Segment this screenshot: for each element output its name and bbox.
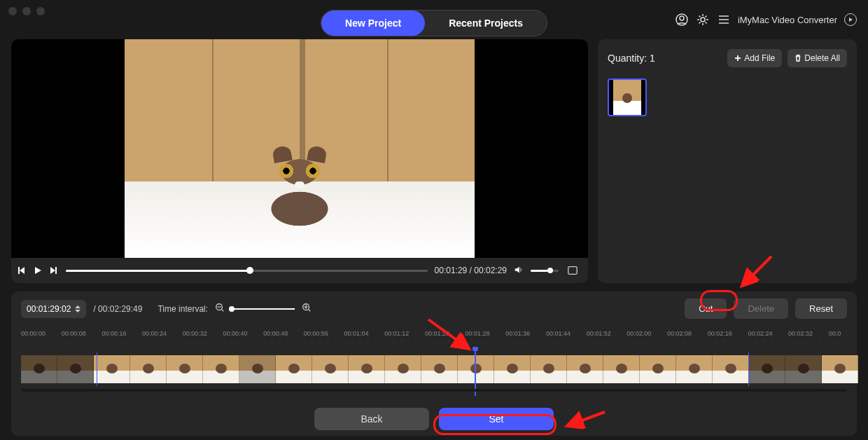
cut-button[interactable]: Cut bbox=[685, 298, 727, 319]
top-right-tools: iMyMac Video Converter bbox=[675, 13, 857, 27]
svg-point-2 bbox=[701, 18, 705, 22]
svg-rect-3 bbox=[568, 267, 577, 275]
volume-slider[interactable] bbox=[531, 270, 559, 272]
video-preview[interactable] bbox=[11, 39, 588, 258]
video-image bbox=[125, 39, 475, 258]
ruler-tick: 00:01:52 bbox=[587, 330, 627, 337]
player-controls: 00:01:29 / 00:02:29 bbox=[11, 258, 588, 283]
ruler-tick: 00:01:12 bbox=[384, 330, 425, 337]
seek-slider[interactable] bbox=[66, 270, 428, 272]
delete-all-button[interactable]: Delete All bbox=[788, 49, 847, 67]
ruler-tick: 00:01:44 bbox=[546, 330, 587, 337]
zoom-out-icon[interactable] bbox=[215, 303, 225, 315]
prev-button[interactable] bbox=[20, 266, 28, 275]
timeline-scrollbar[interactable] bbox=[21, 389, 847, 392]
file-list-header: Quantity: 1 Add File Delete All bbox=[608, 49, 847, 67]
timeline-frame[interactable] bbox=[822, 355, 858, 383]
timeline-editor: 00:01:29:02 / 00:02:29:49 Time interval:… bbox=[11, 291, 857, 436]
ruler-tick: 00:02:16 bbox=[708, 330, 748, 337]
menu-icon[interactable] bbox=[717, 13, 731, 27]
ruler-tick: 00:00:16 bbox=[102, 330, 142, 337]
timeline-frame[interactable] bbox=[21, 355, 57, 383]
gear-icon[interactable] bbox=[696, 13, 710, 27]
duration-label: / 00:02:29:49 bbox=[93, 304, 142, 314]
clip-thumbnail[interactable] bbox=[608, 78, 647, 116]
footer-buttons: Back Set bbox=[11, 408, 857, 430]
main-content: 00:01:29 / 00:02:29 Quantity: 1 Add File bbox=[11, 39, 857, 433]
ruler-tick: 00:02:24 bbox=[748, 330, 788, 337]
timeline-frame[interactable] bbox=[785, 355, 822, 383]
upper-row: 00:01:29 / 00:02:29 Quantity: 1 Add File bbox=[11, 39, 857, 283]
timecode-spinner[interactable] bbox=[75, 305, 80, 312]
ruler-tick: 00:02:00 bbox=[626, 330, 667, 337]
ruler-tick: 00:0 bbox=[829, 330, 847, 337]
ruler-tick: 00:00:48 bbox=[263, 330, 304, 337]
fullscreen-icon[interactable] bbox=[566, 263, 580, 277]
time-interval-label: Time interval: bbox=[158, 304, 208, 314]
ruler-tick: 00:00:32 bbox=[183, 330, 223, 337]
editor-toolbar: 00:01:29:02 / 00:02:29:49 Time interval:… bbox=[21, 298, 847, 319]
volume-icon[interactable] bbox=[514, 265, 524, 277]
play-button[interactable] bbox=[35, 266, 43, 275]
svg-point-1 bbox=[680, 16, 684, 20]
ruler-tick: 00:00:08 bbox=[62, 330, 102, 337]
delete-button[interactable]: Delete bbox=[734, 298, 788, 319]
back-button[interactable]: Back bbox=[314, 408, 429, 430]
zoom-in-icon[interactable] bbox=[302, 303, 312, 315]
time-interval-slider[interactable] bbox=[232, 308, 295, 310]
set-button[interactable]: Set bbox=[439, 408, 554, 430]
ruler-tick: 00:00:24 bbox=[142, 330, 183, 337]
selection-range[interactable] bbox=[97, 352, 749, 386]
ruler-tick: 00:02:08 bbox=[667, 330, 708, 337]
video-panel: 00:01:29 / 00:02:29 bbox=[11, 39, 588, 283]
editor-actions: Cut Delete Reset bbox=[685, 298, 847, 319]
ruler-tick: 00:00:40 bbox=[223, 330, 263, 337]
quantity-label: Quantity: 1 bbox=[608, 53, 722, 64]
ruler-tick: 00:01:20 bbox=[425, 330, 465, 337]
time-readout: 00:01:29 / 00:02:29 bbox=[435, 266, 507, 275]
project-tabs: New Project Recent Projects bbox=[321, 10, 547, 36]
ruler-tick: 00:00:00 bbox=[21, 330, 62, 337]
timeline-frame[interactable] bbox=[749, 355, 785, 383]
ruler-tick: 00:00:56 bbox=[304, 330, 344, 337]
ruler-tick: 00:01:28 bbox=[465, 330, 506, 337]
app-play-icon[interactable] bbox=[844, 13, 857, 26]
ruler-tick: 00:02:32 bbox=[788, 330, 829, 337]
account-icon[interactable] bbox=[675, 13, 689, 27]
app-title: iMyMac Video Converter bbox=[738, 15, 837, 25]
thumbnail-area bbox=[608, 78, 847, 116]
file-list-panel: Quantity: 1 Add File Delete All bbox=[598, 39, 857, 283]
time-ruler[interactable]: 00:00:0000:00:0800:00:1600:00:2400:00:32… bbox=[21, 327, 847, 344]
reset-button[interactable]: Reset bbox=[795, 298, 847, 319]
timeline-frame[interactable] bbox=[57, 355, 94, 383]
timeline-strip[interactable] bbox=[21, 348, 847, 392]
next-button[interactable] bbox=[50, 266, 59, 275]
add-file-button[interactable]: Add File bbox=[727, 49, 782, 67]
ruler-tick: 00:01:04 bbox=[344, 330, 385, 337]
timecode-input[interactable]: 00:01:29:02 bbox=[21, 300, 86, 318]
tab-new-project[interactable]: New Project bbox=[321, 11, 425, 36]
tab-recent-projects[interactable]: Recent Projects bbox=[425, 11, 547, 36]
ruler-tick: 00:01:36 bbox=[505, 330, 546, 337]
